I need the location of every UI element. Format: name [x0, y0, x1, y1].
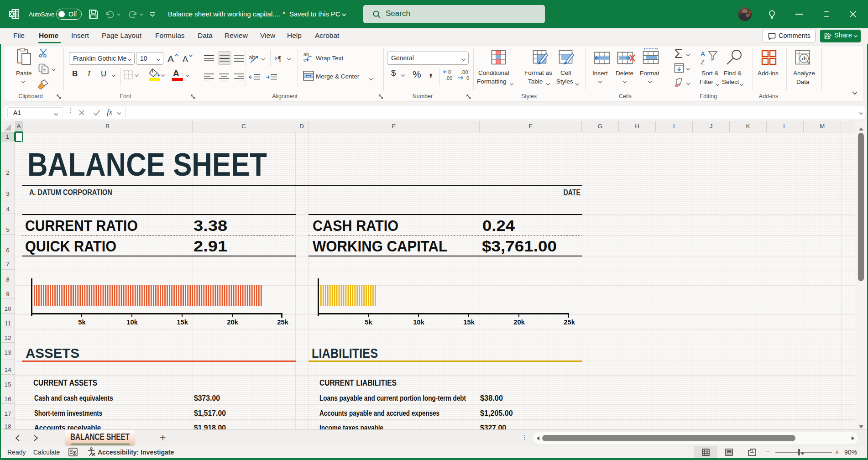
svg-text:c: c [303, 57, 306, 63]
svg-text:ab: ab [303, 52, 309, 57]
svg-text:.00: .00 [461, 69, 468, 75]
svg-text:¶: ¶ [278, 55, 282, 63]
svg-text:.00: .00 [445, 75, 452, 81]
svg-text:A: A [701, 50, 705, 58]
svg-text:Z: Z [701, 58, 705, 66]
svg-text:0: 0 [466, 75, 469, 81]
svg-text:0: 0 [448, 69, 451, 75]
